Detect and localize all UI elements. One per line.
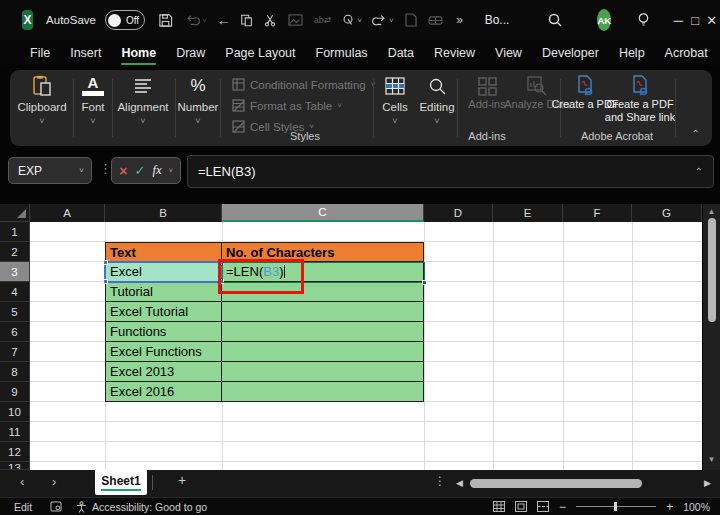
draw-table-icon xyxy=(428,11,443,29)
tab-draw[interactable]: Draw xyxy=(176,46,205,60)
add-sheet-button[interactable]: + xyxy=(178,472,186,488)
cell-B7[interactable]: Excel Functions xyxy=(105,342,222,362)
vertical-scrollbar-thumb[interactable] xyxy=(708,218,716,322)
zoom-slider-thumb[interactable] xyxy=(614,502,617,511)
insert-function-icon[interactable]: fx xyxy=(153,163,162,178)
redo-chevron-icon[interactable]: ˅ xyxy=(389,16,394,25)
tab-developer[interactable]: Developer xyxy=(542,46,599,60)
vertical-scrollbar[interactable]: ▲ ▼ xyxy=(702,204,720,470)
tab-insert[interactable]: Insert xyxy=(70,46,101,60)
formula-input[interactable]: =LEN(B3) ⌃ xyxy=(187,155,714,188)
collapse-ribbon-icon[interactable]: ⌃ xyxy=(692,128,700,139)
prev-sheet-icon[interactable]: ‹ xyxy=(20,474,24,489)
column-header-G[interactable]: G xyxy=(632,204,702,222)
horizontal-scrollbar-thumb[interactable] xyxy=(470,479,642,488)
tab-view[interactable]: View xyxy=(495,46,522,60)
hscroll-right-icon[interactable]: ▶ xyxy=(704,478,711,488)
cell-B6[interactable]: Functions xyxy=(105,322,222,342)
cell-B3[interactable]: Excel xyxy=(105,262,222,282)
cell-C4[interactable] xyxy=(222,282,424,302)
name-box[interactable]: EXP ˅ xyxy=(8,157,92,184)
back-arrow-icon[interactable]: ← xyxy=(217,11,231,29)
next-sheet-icon[interactable]: › xyxy=(52,474,56,489)
maximize-button[interactable]: □ xyxy=(687,13,704,28)
cell-C2[interactable]: No. of Characters xyxy=(222,242,424,262)
column-header-C[interactable]: C xyxy=(222,204,424,222)
cut-icon[interactable] xyxy=(263,11,277,29)
column-header-E[interactable]: E xyxy=(493,204,563,222)
row-header-3[interactable]: 3 xyxy=(0,262,30,282)
cell-B9[interactable]: Excel 2016 xyxy=(105,382,222,402)
lightbulb-icon[interactable] xyxy=(637,11,650,29)
autosave-toggle[interactable]: Off xyxy=(105,10,145,30)
conditional-formatting-icon xyxy=(232,78,245,91)
column-header-F[interactable]: F xyxy=(563,204,632,222)
row-header-5[interactable]: 5 xyxy=(0,302,30,322)
column-header-D[interactable]: D xyxy=(424,204,493,222)
cell-C7[interactable] xyxy=(222,342,424,362)
cell-C8[interactable] xyxy=(222,362,424,382)
fx-chevron-icon[interactable]: ˅ xyxy=(169,167,173,174)
tab-review[interactable]: Review xyxy=(434,46,475,60)
row-header-6[interactable]: 6 xyxy=(0,322,30,342)
hscroll-left-icon[interactable]: ◀ xyxy=(456,478,463,488)
row-header-4[interactable]: 4 xyxy=(0,282,30,302)
scroll-up-icon[interactable]: ▲ xyxy=(703,207,720,216)
normal-view-icon[interactable] xyxy=(493,501,505,512)
sheet-tab-sheet1[interactable]: Sheet1 xyxy=(95,470,147,495)
tab-acrobat[interactable]: Acrobat xyxy=(665,46,708,60)
tab-file[interactable]: File xyxy=(30,46,50,60)
page-layout-view-icon[interactable] xyxy=(515,501,527,512)
create-pdf-share-icon xyxy=(597,74,683,98)
close-button[interactable]: ✕ xyxy=(703,13,720,28)
tab-home[interactable]: Home xyxy=(121,46,156,60)
save-icon[interactable] xyxy=(158,11,173,29)
row-header-1[interactable]: 1 xyxy=(0,222,30,242)
redo-icon[interactable] xyxy=(372,11,387,29)
cell-C5[interactable] xyxy=(222,302,424,322)
enter-icon[interactable]: ✓ xyxy=(135,163,146,178)
tab-options-icon[interactable]: ⋮ xyxy=(434,474,446,488)
zoom-slider[interactable] xyxy=(576,506,656,507)
cell-B8[interactable]: Excel 2013 xyxy=(105,362,222,382)
cell-C6[interactable] xyxy=(222,322,424,342)
cell-B2[interactable]: Text xyxy=(105,242,222,262)
macro-record-icon[interactable] xyxy=(50,501,62,512)
ribbon-group-number[interactable]: % Number ˅ xyxy=(160,70,236,146)
user-avatar[interactable]: AK xyxy=(597,9,611,31)
zoom-out-button[interactable]: − xyxy=(559,500,566,514)
tab-formulas[interactable]: Formulas xyxy=(316,46,368,60)
column-header-A[interactable]: A xyxy=(30,204,105,222)
accessibility-status[interactable]: Accessibility: Good to go xyxy=(92,501,207,513)
ribbon-panel: Clipboard ˅ A Font ˅ Alignment ˅ % Numbe… xyxy=(10,70,712,146)
cancel-icon[interactable]: × xyxy=(119,163,127,179)
row-header-11[interactable]: 11 xyxy=(0,422,30,442)
row-header-2[interactable]: 2 xyxy=(0,242,30,262)
zoom-level[interactable]: 100% xyxy=(683,501,710,513)
cell-B4[interactable]: Tutorial xyxy=(105,282,222,302)
zoom-in-button[interactable]: + xyxy=(666,500,673,514)
row-header-7[interactable]: 7 xyxy=(0,342,30,362)
column-header-B[interactable]: B xyxy=(105,204,222,222)
cell-C3[interactable]: =LEN(B3) xyxy=(222,262,424,282)
cell-C9[interactable] xyxy=(222,382,424,402)
row-header-10[interactable]: 10 xyxy=(0,402,30,422)
page-break-view-icon[interactable] xyxy=(537,501,549,512)
row-header-13[interactable]: 13 xyxy=(0,462,30,470)
copy-icon[interactable] xyxy=(240,11,254,29)
tab-help[interactable]: Help xyxy=(619,46,645,60)
touch-mode-chevron-icon[interactable]: ˅ xyxy=(357,16,362,25)
cell-B5[interactable]: Excel Tutorial xyxy=(105,302,222,322)
minimize-button[interactable]: ─ xyxy=(670,13,687,28)
tab-data[interactable]: Data xyxy=(388,46,414,60)
row-header-8[interactable]: 8 xyxy=(0,362,30,382)
row-header-12[interactable]: 12 xyxy=(0,442,30,462)
touch-mode-icon[interactable] xyxy=(341,11,355,29)
row-header-9[interactable]: 9 xyxy=(0,382,30,402)
scroll-down-icon[interactable]: ▼ xyxy=(703,455,720,464)
more-commands-icon[interactable]: » xyxy=(455,11,465,29)
search-icon[interactable] xyxy=(547,11,563,29)
tab-page-layout[interactable]: Page Layout xyxy=(225,46,295,60)
expand-formula-bar-icon[interactable]: ⌃ xyxy=(695,166,703,177)
select-all-button[interactable] xyxy=(0,204,30,222)
